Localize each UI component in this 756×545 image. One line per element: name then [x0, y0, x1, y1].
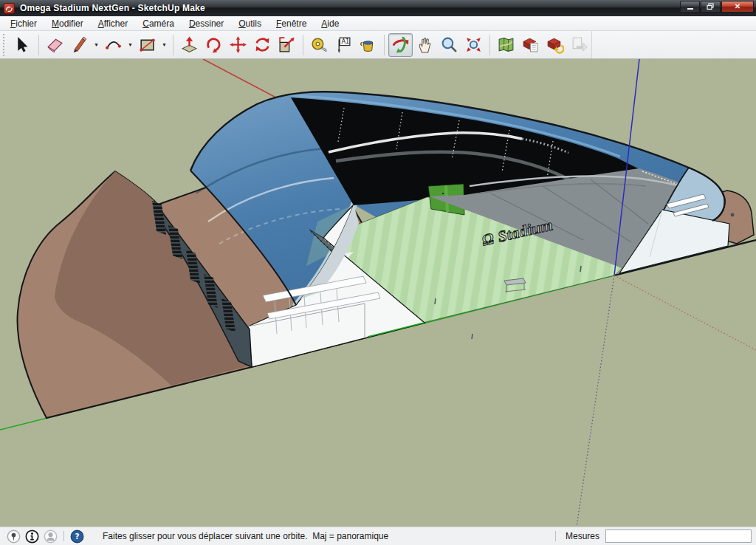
menu-fenetre[interactable]: Fenêtre [269, 17, 314, 30]
tool-send-model-button[interactable] [567, 33, 591, 57]
tool-zoom-extents-button[interactable] [461, 33, 486, 57]
menu-afficher[interactable]: Afficher [91, 17, 135, 30]
toolbar-separator [173, 35, 173, 55]
menu-modifier[interactable]: Modifier [44, 17, 91, 30]
sketchup-logo-icon [4, 3, 15, 14]
tool-follow-me-button[interactable] [202, 33, 226, 57]
tool-pan-button[interactable] [413, 33, 437, 57]
measure-label: Mesures [566, 531, 599, 541]
svg-text:A1: A1 [341, 38, 349, 45]
measure-divider [555, 531, 556, 541]
model-viewport[interactable]: Ω Stadium [0, 59, 756, 527]
model-info-icon[interactable] [25, 529, 39, 544]
tool-rotate-button[interactable] [250, 33, 275, 57]
tool-zoom-button[interactable] [437, 33, 461, 57]
toolbar-drag-handle[interactable] [3, 34, 6, 56]
menu-fichier[interactable]: Fichier [3, 17, 44, 30]
geolocation-icon[interactable] [7, 529, 21, 544]
tool-line-options[interactable]: ▼ [92, 33, 101, 57]
menu-camera[interactable]: Caméra [135, 17, 182, 30]
status-bar: ? Faites glisser pour vous déplacer suiv… [0, 527, 756, 545]
tool-scale-button[interactable] [275, 33, 299, 57]
title-bar: Omega Stadium NextGen - SketchUp Make ✕ [0, 0, 756, 16]
restore-button[interactable] [701, 1, 721, 13]
tool-rectangle-options[interactable]: ▼ [159, 33, 169, 57]
toolbar-separator [38, 35, 39, 55]
toolbar-separator [303, 35, 303, 55]
close-button[interactable]: ✕ [721, 1, 754, 13]
tool-select-button[interactable] [10, 33, 35, 57]
tool-arc-button[interactable] [101, 33, 126, 57]
measurements-input[interactable] [605, 529, 752, 543]
tool-tape-measure-button[interactable] [307, 33, 331, 57]
toolbar: ▼▼▼A1 [0, 31, 756, 59]
credits-icon[interactable] [44, 529, 58, 544]
toolbar-empty-area [591, 31, 756, 58]
tool-rectangle-button[interactable] [135, 33, 159, 57]
tool-get-models-button[interactable] [518, 33, 543, 57]
tool-eraser-button[interactable] [43, 33, 67, 57]
window-title: Omega Stadium NextGen - SketchUp Make [20, 3, 205, 13]
tool-push-pull-button[interactable] [177, 33, 202, 57]
toolbar-separator [384, 35, 385, 55]
menu-dessiner[interactable]: Dessiner [182, 17, 231, 30]
app-window: Omega Stadium NextGen - SketchUp Make ✕ … [0, 0, 756, 545]
menu-aide[interactable]: Aide [314, 17, 346, 30]
help-icon[interactable]: ? [70, 529, 84, 544]
toolbar-separator [489, 35, 490, 55]
tool-arc-options[interactable]: ▼ [126, 33, 135, 57]
menu-bar: Fichier Modifier Afficher Caméra Dessine… [0, 16, 756, 31]
svg-text:?: ? [75, 532, 79, 541]
tool-paint-bucket-button[interactable] [356, 33, 380, 57]
tool-line-button[interactable] [67, 33, 92, 57]
tool-share-model-button[interactable] [543, 33, 567, 57]
status-hint: Faites glisser pour vous déplacer suivan… [103, 531, 388, 541]
tool-text-button[interactable]: A1 [331, 33, 356, 57]
menu-outils[interactable]: Outils [231, 17, 269, 30]
minimize-button[interactable] [680, 1, 700, 13]
tool-add-location-button[interactable] [494, 33, 518, 57]
stadium-scene: Ω Stadium [0, 59, 756, 527]
statusbar-divider [63, 531, 64, 541]
tool-move-button[interactable] [226, 33, 250, 57]
tool-orbit-button[interactable] [388, 33, 413, 57]
